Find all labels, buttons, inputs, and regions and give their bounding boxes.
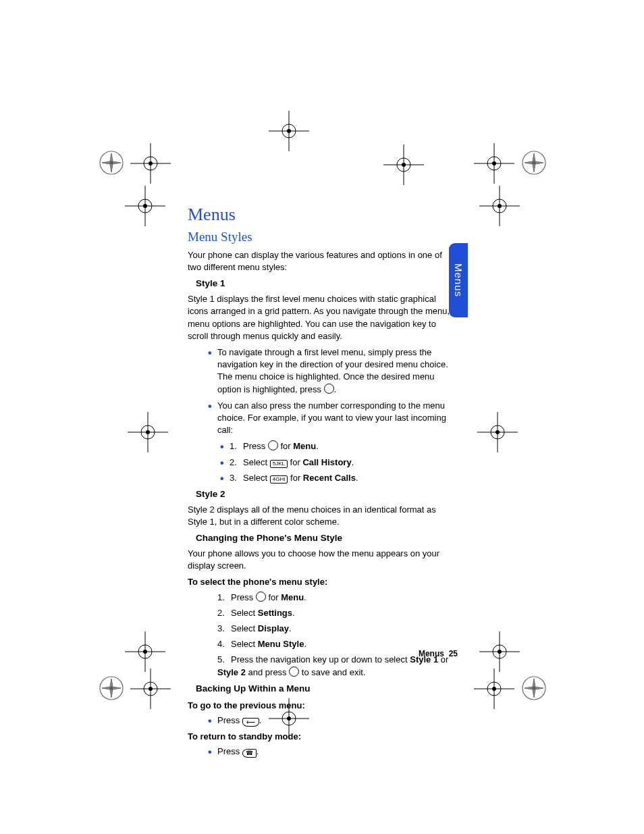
registration-ornament — [99, 675, 124, 701]
registration-cross — [130, 669, 171, 709]
list-item: 2.Select Settings. — [217, 607, 458, 619]
list-item: 1.Press for Menu. — [217, 592, 458, 604]
registration-cross — [474, 669, 514, 709]
changing-steps: 1.Press for Menu. 2.Select Settings. 3.S… — [217, 592, 458, 679]
registration-cross — [479, 631, 520, 672]
style1-steps: 1.Press for Menu. 2.Select 5JKL for Call… — [220, 440, 458, 484]
page-footer: Menus 25 — [419, 648, 458, 660]
registration-cross — [125, 186, 165, 226]
registration-cross — [128, 412, 168, 452]
backing-bullets1: Press ⟵. — [208, 714, 458, 727]
footer-number: 25 — [449, 649, 458, 658]
style1-body: Style 1 displays the first level menu ch… — [188, 293, 458, 342]
page-content: Menus Menu Styles Your phone can display… — [188, 203, 458, 762]
ok-key-icon — [268, 440, 278, 450]
registration-cross — [474, 143, 514, 184]
footer-label: Menus — [419, 649, 444, 658]
style1-bullets: To navigate through a first level menu, … — [208, 346, 458, 484]
end-key-icon: ☎ — [242, 749, 257, 758]
list-item: 3.Select Display. — [217, 623, 458, 635]
registration-cross — [383, 145, 424, 185]
backing-heading: Backing Up Within a Menu — [196, 683, 458, 696]
back-key-icon: ⟵ — [242, 718, 259, 727]
backing-bullets2: Press ☎. — [208, 746, 458, 758]
registration-cross — [479, 186, 520, 226]
section-title: Menu Styles — [188, 228, 458, 246]
registration-cross — [269, 111, 309, 151]
registration-cross — [130, 143, 171, 184]
ok-key-icon — [324, 384, 334, 394]
list-item: Press ☎. — [208, 746, 458, 758]
keypad-5-icon: 5JKL — [270, 460, 288, 468]
list-item: 3.Select 4GHI for Recent Calls. — [220, 472, 458, 484]
style1-heading: Style 1 — [196, 278, 458, 290]
style2-heading: Style 2 — [196, 488, 458, 501]
registration-cross — [125, 631, 165, 672]
registration-cross — [477, 412, 518, 452]
list-item: To navigate through a first level menu, … — [208, 346, 458, 396]
registration-ornament — [521, 150, 547, 176]
ok-key-icon — [289, 667, 299, 677]
backing-runin1: To go to the previous menu: — [188, 700, 458, 712]
style2-body: Style 2 displays all of the menu choices… — [188, 504, 458, 528]
changing-heading: Changing the Phone's Menu Style — [196, 532, 458, 545]
list-item: 1.Press for Menu. — [220, 440, 458, 452]
ok-key-icon — [256, 592, 266, 602]
keypad-4-icon: 4GHI — [270, 475, 288, 484]
list-item: You can also press the number correspond… — [208, 400, 458, 484]
list-item: 2.Select 5JKL for Call History. — [220, 457, 458, 469]
registration-ornament — [521, 675, 547, 701]
changing-runin: To select the phone's menu style: — [188, 576, 458, 588]
chapter-title: Menus — [188, 203, 458, 227]
list-item: Press ⟵. — [208, 714, 458, 727]
backing-runin2: To return to standby mode: — [188, 731, 458, 743]
registration-ornament — [99, 150, 124, 176]
intro-text: Your phone can display the various featu… — [188, 249, 458, 273]
changing-body: Your phone allows you to choose how the … — [188, 548, 458, 572]
